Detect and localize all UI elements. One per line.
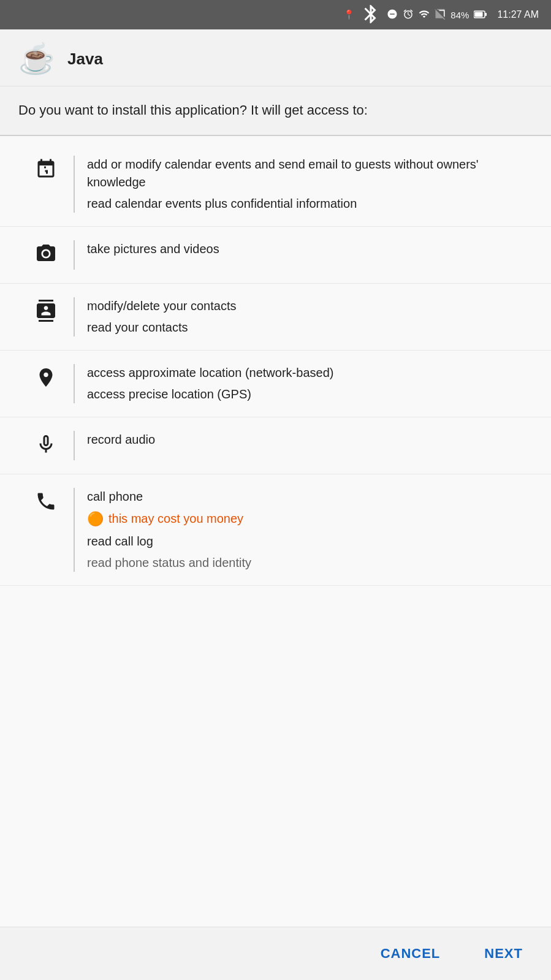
battery-icon [474,10,487,20]
contacts-icon-col [18,297,74,327]
status-bar: 📍 [0,0,551,29]
alarm-icon [403,9,414,21]
location-icon-col [18,364,74,393]
status-time: 11:27 AM [497,9,539,20]
signal-icon [435,9,446,21]
location-status-icon: 📍 [343,9,355,20]
calendar-text-col: add or modify calendar events and send e… [87,156,533,213]
wifi-icon [419,9,430,21]
contacts-divider [74,297,75,336]
camera-icon [35,243,57,270]
battery-text: 84% [450,10,469,20]
svg-rect-2 [475,12,483,17]
phone-icon [35,490,57,517]
microphone-text-1: record audio [87,431,533,449]
contacts-text-2: read your contacts [87,319,533,336]
contacts-text-col: modify/delete your contacts read your co… [87,297,533,336]
contacts-icon [35,300,57,327]
microphone-icon [35,433,57,460]
location-text-2: access precise location (GPS) [87,386,533,403]
bluetooth-icon [360,3,382,27]
description-section: Do you want to install this application?… [0,86,551,136]
next-button[interactable]: NEXT [474,940,533,968]
dnd-icon [387,9,398,21]
phone-divider [74,488,75,572]
permission-camera: take pictures and videos [0,227,551,284]
microphone-divider [74,431,75,460]
microphone-icon-col [18,431,74,460]
phone-text-1: call phone [87,488,533,506]
warning-coin-icon: 🟠 [87,509,104,529]
permission-contacts: modify/delete your contacts read your co… [0,284,551,351]
description-text: Do you want to install this application?… [18,101,533,120]
phone-warning: 🟠 this may cost you money [87,509,533,529]
camera-divider [74,240,75,270]
location-divider [74,364,75,403]
location-text-1: access approximate location (network-bas… [87,364,533,382]
microphone-text-col: record audio [87,431,533,449]
contacts-text-1: modify/delete your contacts [87,297,533,315]
permission-calendar: add or modify calendar events and send e… [0,142,551,227]
permission-microphone: record audio [0,417,551,474]
permission-location: access approximate location (network-bas… [0,351,551,417]
calendar-text-2: read calendar events plus confidential i… [87,195,533,213]
app-title: Java [67,50,103,69]
camera-text-1: take pictures and videos [87,240,533,258]
cancel-button[interactable]: CANCEL [371,940,450,968]
camera-icon-col [18,240,74,270]
permissions-list: add or modify calendar events and send e… [0,136,551,927]
phone-text-3: read phone status and identity [87,554,533,572]
calendar-divider [74,156,75,213]
app-header: ☕ Java [0,29,551,86]
phone-text-col: call phone 🟠 this may cost you money rea… [87,488,533,572]
phone-icon-col [18,488,74,517]
app-icon: ☕ [18,44,55,74]
status-icons: 📍 [343,3,487,27]
location-icon [35,367,57,393]
calendar-icon [35,158,57,185]
svg-rect-1 [485,13,487,16]
bottom-bar: CANCEL NEXT [0,927,551,980]
calendar-icon-col [18,156,74,185]
camera-text-col: take pictures and videos [87,240,533,258]
calendar-text-1: add or modify calendar events and send e… [87,156,533,191]
location-text-col: access approximate location (network-bas… [87,364,533,403]
phone-text-2: read call log [87,533,533,550]
permission-phone: call phone 🟠 this may cost you money rea… [0,474,551,586]
phone-warning-text: this may cost you money [108,510,243,528]
